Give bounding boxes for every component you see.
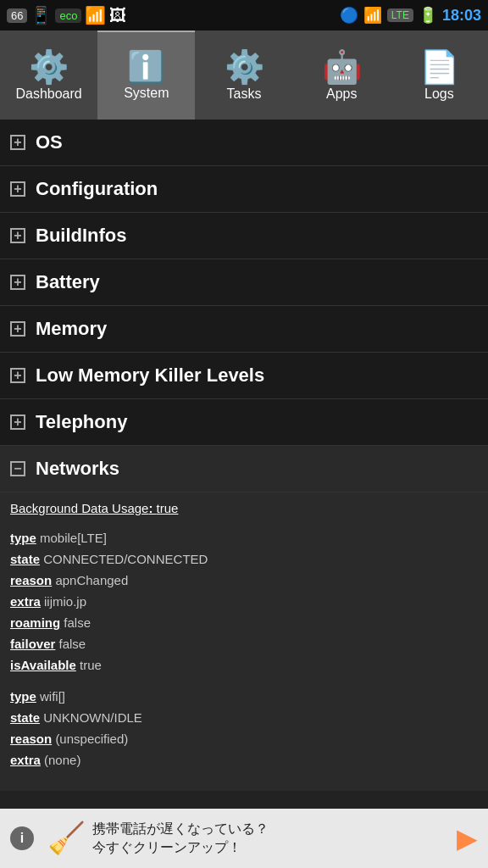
network-block-wifi: type wifi[] state UNKNOWN/IDLE reason (u… — [10, 687, 478, 769]
status-icon-wifi: 📶 — [85, 5, 106, 25]
tab-bar: ⚙️ Dashboard ℹ️ System ⚙️ Tasks 🤖 Apps 📄… — [0, 31, 488, 120]
section-networks[interactable]: − Networks — [0, 446, 488, 492]
background-data-value: true — [157, 501, 179, 515]
banner-left: i 🧹 携帯電話が遅くなっている？ 今すぐクリーンアップ！ — [10, 820, 269, 858]
section-memory[interactable]: + Memory — [0, 306, 488, 353]
apps-icon: 🤖 — [322, 51, 362, 83]
tasks-label: Tasks — [227, 86, 262, 102]
banner-info-icon: i — [10, 826, 34, 850]
dashboard-label: Dashboard — [15, 86, 81, 102]
net-extra-wifi: extra (none) — [10, 751, 478, 769]
net-state-mobile: state CONNECTED/CONNECTED — [10, 550, 478, 568]
net-failover-mobile: failover false — [10, 635, 478, 653]
broom-icon: 🧹 — [47, 821, 86, 856]
section-os[interactable]: + OS — [0, 120, 488, 166]
status-icon-phone: 📱 — [30, 5, 52, 25]
status-icon-photo: 🖼 — [109, 6, 126, 25]
status-right: 🔵 📶 LTE 🔋 18:03 — [340, 6, 481, 25]
net-type-mobile: type mobile[LTE] — [10, 529, 478, 547]
config-label: Configuration — [36, 178, 158, 200]
logs-icon: 📄 — [419, 51, 459, 83]
tasks-icon: ⚙️ — [225, 51, 264, 83]
os-expand-icon: + — [8, 133, 27, 152]
memory-label: Memory — [36, 318, 107, 340]
net-isavailable-mobile: isAvailable true — [10, 656, 478, 674]
banner-line1: 携帯電話が遅くなっている？ — [92, 820, 269, 838]
net-reason-mobile: reason apnChanged — [10, 571, 478, 589]
buildinfos-expand-icon: + — [8, 226, 27, 245]
banner-play-icon[interactable]: ▶ — [457, 822, 478, 854]
section-configuration[interactable]: + Configuration — [0, 166, 488, 213]
banner-line2: 今すぐクリーンアップ！ — [92, 838, 269, 857]
section-lowmemory[interactable]: + Low Memory Killer Levels — [0, 353, 488, 399]
network-block-mobile: type mobile[LTE] state CONNECTED/CONNECT… — [10, 529, 478, 674]
status-left: 66 📱 eco 📶 🖼 — [7, 5, 126, 25]
tab-apps[interactable]: 🤖 Apps — [293, 31, 391, 120]
telephony-expand-icon: + — [8, 413, 27, 431]
os-label: OS — [36, 131, 63, 153]
dashboard-icon: ⚙️ — [29, 51, 69, 83]
section-battery[interactable]: + Battery — [0, 259, 488, 306]
bluetooth-icon: 🔵 — [340, 6, 358, 25]
banner-ad[interactable]: i 🧹 携帯電話が遅くなっている？ 今すぐクリーンアップ！ ▶ — [0, 809, 488, 868]
system-icon: ℹ️ — [127, 52, 165, 82]
net-extra-mobile: extra iijmio.jp — [10, 593, 478, 610]
lte-badge: LTE — [387, 8, 413, 22]
background-data-label: Background Data Usage — [10, 501, 148, 515]
background-data-header: Background Data Usage: true — [10, 501, 478, 515]
badge-66: 66 — [7, 8, 27, 23]
content-area: + OS + Configuration + BuildInfos + Batt… — [0, 120, 488, 809]
battery-label: Battery — [36, 271, 100, 293]
badge-eco: eco — [55, 8, 81, 23]
buildinfos-label: BuildInfos — [36, 225, 127, 247]
net-roaming-mobile: roaming false — [10, 614, 478, 632]
battery-expand-icon: + — [8, 273, 27, 292]
lowmemory-expand-icon: + — [8, 366, 27, 385]
signal-icon: 📶 — [363, 6, 382, 25]
logs-label: Logs — [424, 86, 454, 102]
banner-text: 携帯電話が遅くなっている？ 今すぐクリーンアップ！ — [92, 820, 269, 858]
networks-expand-icon: − — [8, 459, 27, 478]
tab-dashboard[interactable]: ⚙️ Dashboard — [0, 31, 97, 120]
tab-logs[interactable]: 📄 Logs — [391, 31, 488, 120]
telephony-label: Telephony — [36, 411, 127, 433]
networks-label: Networks — [36, 458, 119, 480]
memory-expand-icon: + — [8, 320, 27, 338]
tab-system[interactable]: ℹ️ System — [97, 31, 195, 120]
net-type-wifi: type wifi[] — [10, 687, 478, 705]
lowmemory-label: Low Memory Killer Levels — [36, 364, 264, 387]
networks-content: Background Data Usage: true type mobile[… — [0, 492, 488, 791]
net-reason-wifi: reason (unspecified) — [10, 730, 478, 748]
tab-tasks[interactable]: ⚙️ Tasks — [195, 31, 292, 120]
apps-label: Apps — [326, 86, 357, 102]
section-telephony[interactable]: + Telephony — [0, 399, 488, 446]
battery-icon: 🔋 — [419, 6, 437, 25]
system-label: System — [124, 86, 169, 101]
clock: 18:03 — [442, 7, 481, 25]
section-buildinfos[interactable]: + BuildInfos — [0, 213, 488, 259]
config-expand-icon: + — [8, 180, 27, 198]
net-state-wifi: state UNKNOWN/IDLE — [10, 709, 478, 726]
status-bar: 66 📱 eco 📶 🖼 🔵 📶 LTE 🔋 18:03 — [0, 0, 488, 31]
